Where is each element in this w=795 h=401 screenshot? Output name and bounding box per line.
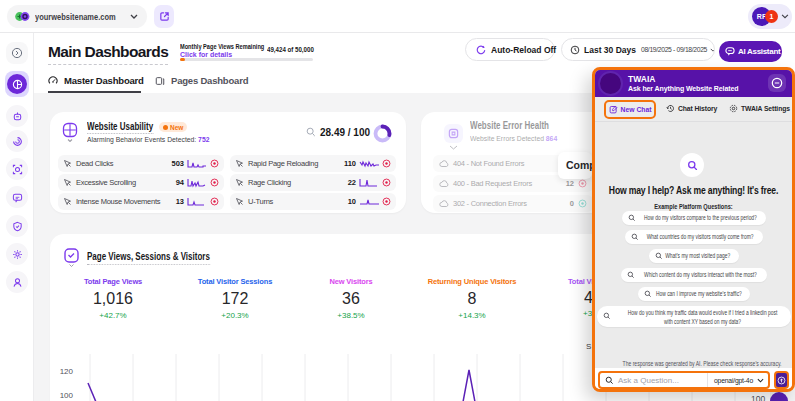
svg-text:100: 100 (751, 394, 765, 401)
svg-text:120: 120 (60, 367, 74, 376)
svg-text:100: 100 (60, 391, 74, 400)
